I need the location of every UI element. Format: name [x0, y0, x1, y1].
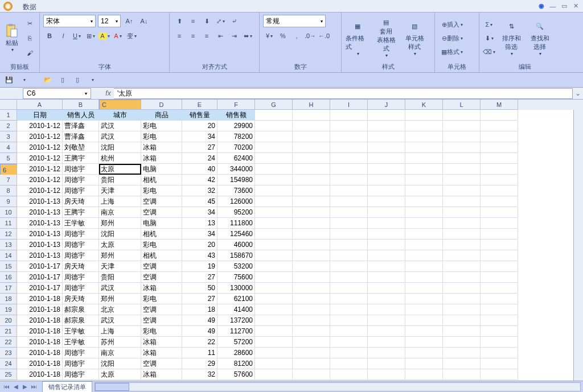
cell[interactable]	[368, 337, 405, 348]
cell[interactable]: 34	[182, 229, 217, 240]
cell[interactable]	[405, 250, 443, 261]
cell[interactable]: 40	[182, 164, 217, 175]
row-header[interactable]: 22	[0, 337, 17, 348]
cell[interactable]: 彩电	[141, 326, 182, 337]
cell[interactable]: 沈阳	[99, 229, 141, 240]
cell[interactable]: 彩电	[141, 121, 182, 131]
cell[interactable]	[405, 283, 443, 294]
cell[interactable]	[368, 207, 405, 218]
cell[interactable]: 太原	[99, 164, 141, 175]
column-header[interactable]: F	[217, 100, 255, 110]
cell[interactable]: 2010-1-12	[17, 121, 63, 131]
increase-indent-button[interactable]: ⇥	[228, 30, 240, 42]
cell[interactable]	[368, 175, 405, 185]
cell[interactable]	[255, 250, 293, 261]
row-header[interactable]: 2	[0, 121, 17, 131]
cell[interactable]	[255, 207, 293, 218]
cell[interactable]	[368, 142, 405, 153]
vertical-scrollbar[interactable]	[573, 110, 583, 381]
cell[interactable]	[368, 304, 405, 315]
cell[interactable]	[330, 131, 368, 142]
cell[interactable]: 曹泽鑫	[63, 131, 99, 142]
cell[interactable]	[405, 185, 443, 196]
cell[interactable]: 苏州	[99, 337, 141, 348]
cell[interactable]: 158670	[217, 250, 255, 261]
qat-dropdown-2[interactable]: ▾	[87, 75, 98, 86]
cell[interactable]: 冰箱	[141, 283, 182, 294]
cell[interactable]: 彩电	[141, 131, 182, 142]
font-name-select[interactable]: 宋体▾	[43, 15, 96, 27]
cell[interactable]	[255, 110, 293, 121]
cell[interactable]: 41400	[217, 304, 255, 315]
cell[interactable]	[481, 196, 518, 207]
cell[interactable]	[368, 272, 405, 283]
cell[interactable]	[255, 348, 293, 358]
cell[interactable]: 周德宇	[63, 185, 99, 196]
align-left-button[interactable]: ≡	[173, 30, 186, 42]
format-table-button[interactable]: ▤套用 表格格式▾	[373, 19, 399, 57]
cell[interactable]	[405, 164, 443, 175]
cell[interactable]	[481, 326, 518, 337]
cell[interactable]: 王学敏	[63, 326, 99, 337]
cell[interactable]: 周德宇	[63, 348, 99, 358]
autosum-button[interactable]: Σ ▾	[483, 18, 495, 31]
cell[interactable]	[293, 326, 330, 337]
column-header[interactable]: G	[255, 100, 293, 110]
cell[interactable]	[368, 240, 405, 250]
cell[interactable]	[368, 153, 405, 164]
cell[interactable]	[481, 294, 518, 304]
cell[interactable]	[443, 175, 481, 185]
row-header[interactable]: 14	[0, 250, 17, 261]
cell[interactable]	[368, 358, 405, 369]
cell[interactable]	[443, 337, 481, 348]
cell[interactable]: 46000	[217, 240, 255, 250]
cell[interactable]: 2010-1-12	[17, 175, 63, 185]
cell[interactable]: 13	[182, 218, 217, 229]
cell[interactable]: 24	[182, 153, 217, 164]
cell[interactable]: 王腾宇	[63, 207, 99, 218]
cell[interactable]: 73600	[217, 185, 255, 196]
cell[interactable]	[255, 185, 293, 196]
cell[interactable]	[481, 121, 518, 131]
cell[interactable]	[293, 121, 330, 131]
row-header[interactable]: 9	[0, 196, 17, 207]
cell[interactable]	[481, 369, 518, 380]
cell[interactable]: 18	[182, 304, 217, 315]
row-header[interactable]: 19	[0, 304, 17, 315]
cell[interactable]: 2010-1-12	[17, 185, 63, 196]
row-header[interactable]: 20	[0, 315, 17, 326]
insert-cells-button[interactable]: ⊕ 插入 ▾	[438, 18, 466, 31]
cell[interactable]: 2010-1-18	[17, 369, 63, 380]
cell[interactable]	[481, 358, 518, 369]
cell[interactable]: 北京	[99, 304, 141, 315]
cell[interactable]: 王学敏	[63, 218, 99, 229]
column-header[interactable]: H	[293, 100, 330, 110]
cell[interactable]: 130000	[217, 283, 255, 294]
currency-button[interactable]: ¥▾	[263, 30, 276, 42]
cell[interactable]: 2010-1-17	[17, 272, 63, 283]
cell[interactable]: 周德宇	[63, 283, 99, 294]
cell[interactable]	[330, 121, 368, 131]
cell[interactable]: 2010-1-12	[17, 142, 63, 153]
ribbon-tab[interactable]: 数据	[16, 1, 57, 14]
cell[interactable]	[255, 131, 293, 142]
sort-filter-button[interactable]: ⇅排序和 筛选▾	[499, 19, 524, 57]
cell[interactable]: 45	[182, 196, 217, 207]
column-header[interactable]: M	[481, 100, 518, 110]
cell[interactable]	[330, 250, 368, 261]
cell[interactable]	[293, 358, 330, 369]
row-header[interactable]: 8	[0, 185, 17, 196]
cell[interactable]: 34	[182, 207, 217, 218]
increase-font-button[interactable]: A↑	[123, 15, 136, 27]
cell[interactable]: 95200	[217, 207, 255, 218]
cell[interactable]: 冰箱	[141, 348, 182, 358]
cell[interactable]: 周德宇	[63, 369, 99, 380]
office-button[interactable]	[1, 0, 15, 13]
decrease-decimal-button[interactable]: ←.0	[318, 30, 330, 42]
cell[interactable]	[405, 153, 443, 164]
cell[interactable]: 70200	[217, 142, 255, 153]
row-header[interactable]: 1	[0, 110, 17, 121]
align-right-button[interactable]: ≡	[200, 30, 213, 42]
cell[interactable]	[330, 283, 368, 294]
decrease-indent-button[interactable]: ⇤	[214, 30, 227, 42]
